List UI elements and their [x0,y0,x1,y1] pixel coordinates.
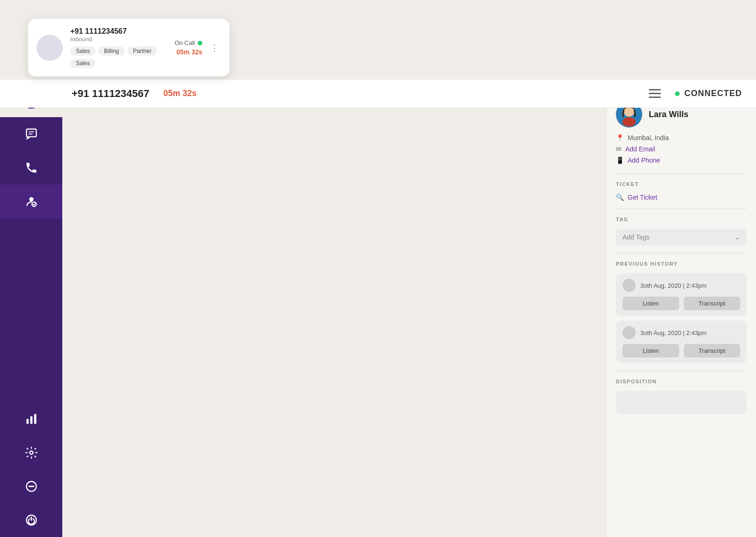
history-actions-2: Listen Transcript [623,344,740,358]
get-ticket-link[interactable]: 🔍 Get Ticket [616,194,747,201]
connected-dot [675,91,680,96]
add-phone-link[interactable]: Add Phone [628,157,660,164]
tag-section: TAG Add Tags ⌄ [616,216,747,246]
history-item-1: 3oth Aug, 2020 | 2:43pm Listen Transcrip… [616,273,747,316]
history-date-1: 3oth Aug, 2020 | 2:43pm [640,282,706,289]
divider-4 [616,371,747,371]
sidebar-item-phone[interactable] [0,151,62,185]
tag-label: TAG [616,216,747,222]
location-text: Mumbai, India [628,134,669,142]
sidebar-item-chat[interactable] [0,117,62,151]
svg-rect-4 [26,129,36,137]
call-card-tag-billing[interactable]: Billing [98,46,125,56]
call-card-status-text: On Call [175,39,195,46]
sidebar-item-analytics[interactable] [0,402,62,436]
connected-label: CONNECTED [684,89,742,98]
chevron-down-icon: ⌄ [734,233,740,241]
history-listen-1[interactable]: Listen [623,297,679,310]
right-panel: CUSTOMER INFO [606,80,756,537]
divider-2 [616,209,747,209]
hamburger-menu-icon[interactable] [649,89,661,98]
call-card-tag-sales2[interactable]: Sales [70,59,96,68]
call-card-status: On Call [175,39,202,46]
svg-point-17 [623,117,636,127]
history-actions-1: Listen Transcript [623,297,740,310]
call-active-dot [198,41,202,45]
call-card-tag-partner[interactable]: Partner [127,46,157,56]
svg-rect-11 [34,414,36,424]
sidebar-item-logout[interactable] [0,503,62,537]
header-timer: 05m 32s [163,89,197,98]
history-transcript-1[interactable]: Transcript [684,297,741,310]
customer-phone: 📱 Add Phone [616,157,747,164]
call-card-right: On Call 05m 32s [175,39,202,56]
ticket-label: TICKET [616,181,747,187]
svg-point-12 [30,451,33,455]
disposition-box[interactable] [616,391,747,414]
customer-name: Lara Wills [649,110,689,119]
sidebar-item-settings[interactable] [0,436,62,470]
get-ticket-text: Get Ticket [628,194,657,201]
call-card-avatar [37,35,63,61]
search-icon: 🔍 [616,194,624,201]
main-content [62,80,606,537]
call-card-info: +91 1111234567 Inbound Sales Billing Par… [70,27,167,68]
history-transcript-2[interactable]: Transcript [684,344,741,358]
history-item-2: 3oth Aug, 2020 | 2:43pm Listen Transcrip… [616,321,747,363]
divider-1 [616,173,747,174]
divider-3 [616,253,747,254]
sidebar-item-dnd[interactable] [0,470,62,503]
sidebar-item-agent[interactable] [0,185,62,218]
customer-location: 📍 Mumbai, India [616,134,747,142]
history-avatar-1 [623,279,636,292]
add-tags-dropdown[interactable]: Add Tags ⌄ [616,229,747,246]
connection-status: CONNECTED [675,89,742,98]
history-header-2: 3oth Aug, 2020 | 2:43pm [623,326,740,339]
location-icon: 📍 [616,134,624,142]
history-listen-2[interactable]: Listen [623,344,679,358]
add-tags-placeholder: Add Tags [623,233,650,241]
call-card-timer: 05m 32s [177,48,202,56]
dnd-icon [25,480,38,493]
phone-icon [25,161,38,174]
header-phone: +91 1111234567 [72,88,149,100]
call-card-tag-sales1[interactable]: Sales [70,46,96,56]
history-label: PREVIOUS HISTORY [616,261,747,267]
power-icon [25,514,38,527]
disposition-label: DISPOSITION [616,379,747,384]
add-email-link[interactable]: Add Email [625,145,655,153]
disposition-section: DISPOSITION [616,379,747,414]
sidebar-nav [0,117,62,537]
ticket-section: TICKET 🔍 Get Ticket [616,181,747,201]
email-icon: ✉ [616,145,622,153]
chat-icon [25,127,38,141]
call-card-tags: Sales Billing Partner Sales [70,46,167,68]
content-area: CUSTOMER INFO [62,80,756,537]
customer-email: ✉ Add Email [616,145,747,153]
call-card: +91 1111234567 Inbound Sales Billing Par… [28,19,230,76]
agent-icon [25,195,38,208]
header-bar: +91 1111234567 05m 32s CONNECTED [0,80,756,108]
svg-rect-9 [26,419,29,424]
svg-point-7 [29,197,33,201]
history-avatar-2 [623,326,636,339]
phone-detail-icon: 📱 [616,157,624,164]
history-date-2: 3oth Aug, 2020 | 2:43pm [640,329,706,336]
call-card-type: Inbound [70,36,167,43]
call-card-more-button[interactable]: ⋮ [210,42,219,53]
history-section: PREVIOUS HISTORY 3oth Aug, 2020 | 2:43pm… [616,261,747,363]
sidebar: e [0,80,62,537]
svg-rect-10 [30,416,32,424]
history-header-1: 3oth Aug, 2020 | 2:43pm [623,279,740,292]
analytics-icon [25,412,38,425]
settings-gear-icon [25,446,38,459]
call-card-phone: +91 1111234567 [70,27,167,36]
